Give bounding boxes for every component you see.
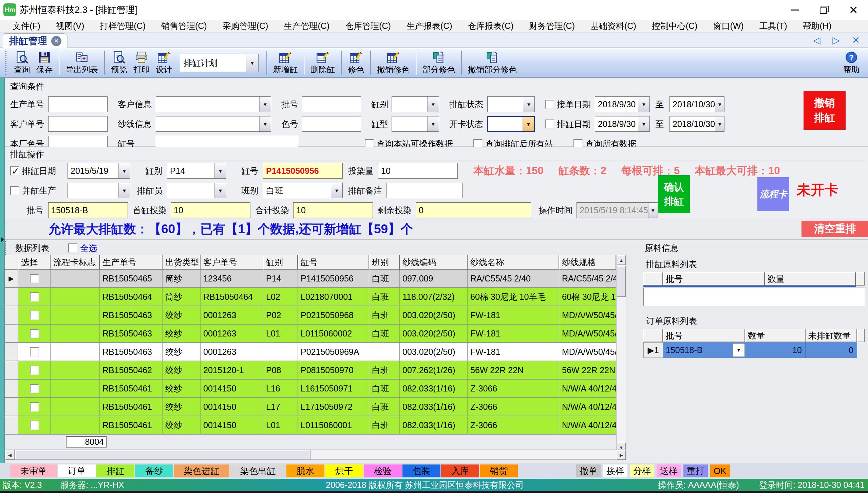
remain-dye-field[interactable]: 0 xyxy=(416,202,531,218)
toolbar-drag-handle[interactable] xyxy=(5,51,8,75)
chevron-down-icon[interactable]: ▼ xyxy=(715,97,724,112)
column-header[interactable]: 纱线名称 xyxy=(468,255,559,270)
menu-item[interactable]: 仓库管理(C) xyxy=(337,20,399,32)
prod-no-input[interactable] xyxy=(48,96,108,112)
horizontal-scroll-thumb[interactable] xyxy=(15,450,310,459)
flow-card-button[interactable]: 流程卡 xyxy=(757,177,789,211)
menu-item[interactable]: 采购管理(C) xyxy=(215,20,276,32)
undo-partial-recolor-button[interactable]: 撤销部分修色 xyxy=(465,49,520,77)
chevron-down-icon[interactable]: ▼ xyxy=(523,97,534,112)
shift-combobox[interactable]: 白班▼ xyxy=(263,183,343,198)
sched-materials-empty-row[interactable] xyxy=(643,288,865,306)
row-select-checkbox[interactable] xyxy=(30,366,39,375)
sched-date-to[interactable]: 2018/10/30▼ xyxy=(669,116,724,132)
merge-vat-combobox[interactable]: ▼ xyxy=(68,183,130,198)
menu-item[interactable]: 销售管理(C) xyxy=(153,20,215,32)
column-header[interactable]: 选择 xyxy=(18,255,51,270)
table-row[interactable]: RB15050463绞纱0001263P0215050969A003.020(2… xyxy=(5,343,616,361)
chevron-down-icon[interactable]: ▼ xyxy=(427,97,439,112)
menu-item[interactable]: 生产管理(C) xyxy=(276,20,337,32)
chevron-down-icon[interactable]: ▼ xyxy=(331,183,342,198)
column-header[interactable]: 生产单号 xyxy=(100,255,163,270)
tab-nav-arrows[interactable]: ◁ ▷ ✕ xyxy=(813,35,865,46)
column-header[interactable]: 流程卡标志 xyxy=(51,255,100,270)
menu-item[interactable]: 仓库报表(C) xyxy=(460,20,522,32)
remark-input[interactable] xyxy=(386,183,463,198)
op-vat-no-field[interactable]: P1415050956 xyxy=(263,163,343,179)
total-dye-field[interactable]: 10 xyxy=(293,202,373,218)
op-time-combobox[interactable]: 2015/5/19 8:14:45▼ xyxy=(577,202,658,218)
batch-input[interactable] xyxy=(302,96,361,112)
column-header[interactable]: 出货类型 xyxy=(163,255,201,270)
op-sched-date-checkbox[interactable] xyxy=(10,166,19,176)
save-button[interactable]: 保存 xyxy=(33,49,56,77)
color-no-input[interactable] xyxy=(302,116,361,132)
scroll-left-icon[interactable]: ◀ xyxy=(5,450,15,460)
table-row[interactable]: RB15050463绞纱0001263P02P0215050968白班003.0… xyxy=(5,306,616,325)
scroll-up-icon[interactable]: ▲ xyxy=(617,255,626,265)
left-splitter-strip[interactable] xyxy=(0,78,5,463)
table-row[interactable]: RB15050461绞纱0014150L01L0115060001白班082.0… xyxy=(5,416,616,435)
report-plan-combobox[interactable]: 排缸计划 ▼ xyxy=(180,54,259,72)
query-button[interactable]: 查询 xyxy=(11,49,33,77)
op-vat-class-combobox[interactable]: P14▼ xyxy=(167,163,226,179)
tab-paigang-management[interactable]: 排缸管理 ✕ xyxy=(3,33,68,48)
table-row[interactable]: RB15050461绞纱0014150L17L1715050972白班082.0… xyxy=(5,398,616,416)
cust-no-input[interactable] xyxy=(48,116,108,132)
cancel-schedule-button[interactable]: 撤销 排缸 xyxy=(804,91,846,130)
row-select-checkbox[interactable] xyxy=(30,421,39,430)
recv-date-from[interactable]: 2018/9/30▼ xyxy=(595,96,650,112)
table-row[interactable]: RB15050462绞纱2015120-1P08P0815050970白班007… xyxy=(5,361,616,380)
close-button[interactable]: × xyxy=(839,0,868,20)
column-header[interactable]: 纱线规格 xyxy=(559,255,616,270)
row-select-checkbox[interactable] xyxy=(30,329,39,338)
row-select-checkbox[interactable] xyxy=(30,292,39,302)
menu-item[interactable]: 窗口(W) xyxy=(705,20,751,32)
menu-item[interactable]: 打样管理(C) xyxy=(92,20,153,32)
scheduler-combobox[interactable]: ▼ xyxy=(167,183,226,198)
op-sched-date-combobox[interactable]: 2015/5/19▼ xyxy=(68,163,130,179)
vertical-scrollbar[interactable]: ▲ ▼ xyxy=(616,255,626,453)
column-header[interactable]: 纱线编码 xyxy=(400,255,468,270)
dye-qty-input[interactable]: 10 xyxy=(378,163,458,179)
menu-item[interactable]: 控制中心(C) xyxy=(644,20,705,32)
sched-date-from[interactable]: 2018/9/30▼ xyxy=(595,116,650,132)
print-button[interactable]: 打印 xyxy=(130,49,153,77)
chevron-down-icon[interactable]: ▼ xyxy=(523,117,534,131)
table-row[interactable]: RB15050464筒纱RB15050464L02L0218070001白班11… xyxy=(5,288,616,306)
row-select-checkbox[interactable] xyxy=(30,274,39,283)
column-header[interactable]: 班别 xyxy=(369,255,400,270)
design-button[interactable]: 设计 xyxy=(153,49,175,77)
tab-close-icon[interactable]: ✕ xyxy=(51,36,61,46)
menu-item[interactable]: 工具(T) xyxy=(752,20,795,32)
menu-item[interactable]: 基础资料(C) xyxy=(583,20,644,32)
table-row[interactable]: ▶RB15050465筒纱123456P14P1415050956白班097.0… xyxy=(5,270,616,288)
menu-item[interactable]: 文件(F) xyxy=(5,20,48,32)
card-status-combobox[interactable]: ▼ xyxy=(487,116,535,132)
column-header[interactable]: 缸号 xyxy=(298,255,369,270)
clear-reschedule-button[interactable]: 清空重排 xyxy=(801,221,868,237)
recv-date-checkbox[interactable] xyxy=(545,100,554,109)
vat-type-combobox[interactable]: ▼ xyxy=(392,116,439,132)
menu-item[interactable]: 财务管理(C) xyxy=(521,20,583,32)
export-list-button[interactable]: 导出列表 xyxy=(62,49,101,77)
chevron-down-icon[interactable]: ▼ xyxy=(118,163,130,178)
chevron-down-icon[interactable]: ▼ xyxy=(638,116,649,131)
chevron-down-icon[interactable]: ▼ xyxy=(638,97,649,112)
merge-vat-checkbox[interactable] xyxy=(10,186,19,195)
row-select-checkbox[interactable] xyxy=(30,347,39,357)
table-row[interactable]: RB15050463绞纱0001263L01L0115060002白班003.0… xyxy=(5,325,616,343)
chevron-down-icon[interactable]: ▼ xyxy=(427,116,439,131)
vat-class-combobox[interactable]: ▼ xyxy=(392,96,439,112)
order-batch-cell[interactable]: 150518-B ▼ xyxy=(663,342,745,358)
help-button[interactable]: 帮助 xyxy=(840,49,863,77)
minimize-button[interactable] xyxy=(780,0,810,20)
chevron-down-icon[interactable]: ▼ xyxy=(715,116,724,131)
column-header[interactable]: 缸别 xyxy=(263,255,298,270)
delete-vat-button[interactable]: 删除缸 xyxy=(307,49,338,77)
sched-date-checkbox[interactable] xyxy=(545,120,554,129)
order-materials-row[interactable]: ▶1 150518-B ▼ 10 0 xyxy=(643,342,865,358)
row-select-checkbox[interactable] xyxy=(30,384,39,393)
add-vat-button[interactable]: 新增缸 xyxy=(270,49,301,77)
column-header[interactable]: 客户单号 xyxy=(201,255,263,270)
